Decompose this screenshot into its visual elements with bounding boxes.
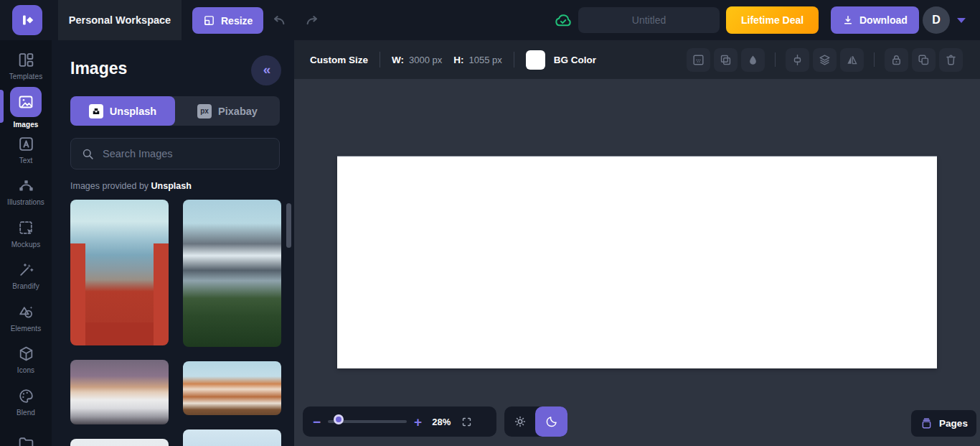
image-thumbnail[interactable]	[183, 200, 281, 347]
provider-name: Unsplash	[151, 181, 192, 191]
sidebar-item-blend[interactable]: Blend	[0, 381, 52, 423]
pages-icon	[920, 417, 933, 430]
images-icon-box	[10, 87, 42, 118]
dark-mode-button[interactable]	[535, 406, 567, 437]
zoom-percentage: 28%	[429, 417, 453, 427]
layers-button[interactable]	[813, 48, 837, 72]
blend-icon	[17, 387, 35, 405]
download-button[interactable]: Download	[831, 6, 919, 34]
align-center-button[interactable]	[786, 48, 809, 72]
opacity-button[interactable]	[741, 48, 765, 72]
artboard[interactable]	[337, 157, 937, 368]
images-panel: Images « Unsplash px Pixabay Images prov…	[52, 40, 294, 446]
image-thumbnail[interactable]	[183, 361, 281, 415]
brandify-icon	[17, 261, 35, 279]
zoom-slider[interactable]	[328, 415, 407, 428]
canvas-area[interactable]	[294, 79, 980, 446]
flip-button[interactable]	[840, 48, 864, 72]
resize-button[interactable]: Resize	[192, 7, 263, 34]
divider	[514, 52, 514, 68]
search-icon	[81, 147, 95, 161]
sidebar-label: Icons	[17, 366, 34, 374]
group-objects-button[interactable]	[714, 48, 738, 72]
divider	[775, 52, 776, 67]
workspace-name: Personal Workspace	[69, 14, 171, 26]
opacity-droplet-icon	[746, 53, 760, 67]
undo-button[interactable]	[271, 12, 288, 29]
height-value[interactable]: 1055 px	[469, 55, 502, 65]
delete-button[interactable]	[939, 48, 963, 72]
bg-color-label: BG Color	[554, 55, 596, 65]
custom-size-button[interactable]: Custom Size	[310, 55, 368, 65]
light-mode-button[interactable]	[504, 406, 536, 437]
sidebar-label: Text	[19, 157, 33, 164]
sidebar-item-illustrations[interactable]: Illustrations	[0, 171, 52, 213]
provider-note: Images provided by Unsplash	[70, 181, 192, 191]
sun-icon	[513, 414, 527, 429]
bg-color-swatch[interactable]	[526, 50, 545, 70]
zoom-in-button[interactable]: +	[414, 415, 422, 429]
sidebar-item-templates[interactable]: Templates	[0, 45, 52, 87]
document-title-input[interactable]	[578, 7, 720, 33]
panel-scrollbar[interactable]	[286, 203, 291, 248]
image-thumbnail[interactable]	[70, 439, 169, 446]
app-logo[interactable]	[12, 5, 42, 35]
lifetime-deal-button[interactable]: Lifetime Deal	[726, 6, 819, 34]
provider-prefix: Images provided by	[70, 181, 151, 191]
folder-icon	[17, 435, 35, 446]
sidebar-item-elements[interactable]: Elements	[0, 297, 52, 339]
mockups-icon	[17, 219, 35, 237]
redo-button[interactable]	[304, 12, 321, 29]
pixabay-logo-icon: px	[197, 104, 212, 119]
flip-horizontal-icon	[845, 53, 859, 67]
resize-label: Resize	[221, 15, 253, 27]
canvas-grid-icon	[692, 53, 705, 67]
duplicate-button[interactable]	[912, 48, 936, 72]
icons-icon	[17, 345, 35, 363]
trash-icon	[944, 53, 958, 67]
sidebar-label: Mockups	[11, 241, 41, 248]
sidebar-item-images[interactable]: Images	[0, 87, 52, 129]
user-avatar[interactable]: D	[923, 6, 950, 34]
tab-unsplash[interactable]: Unsplash	[70, 96, 175, 126]
search-input[interactable]	[103, 148, 279, 159]
download-icon	[842, 14, 854, 26]
sidebar-item-mockups[interactable]: Mockups	[0, 213, 52, 255]
pixelied-logo-icon	[18, 11, 37, 29]
image-search-box	[70, 138, 280, 169]
sidebar-item-brandify[interactable]: Brandify	[0, 255, 52, 297]
image-thumbnail[interactable]	[183, 429, 281, 446]
image-thumbnail[interactable]	[70, 200, 169, 345]
sidebar-item-text[interactable]: Text	[0, 129, 52, 171]
image-thumbnail[interactable]	[70, 360, 169, 424]
resize-icon	[203, 14, 215, 27]
sidebar-item-icons[interactable]: Icons	[0, 339, 52, 381]
pages-button[interactable]: Pages	[911, 410, 976, 437]
collapse-panel-button[interactable]: «	[251, 55, 281, 85]
width-value[interactable]: 3000 px	[409, 55, 442, 65]
fullscreen-icon	[461, 416, 473, 428]
align-center-icon	[791, 53, 804, 67]
editor-app: Personal Workspace Resize	[0, 0, 980, 446]
left-sidebar: Templates Images Text Illustrations	[0, 40, 52, 446]
text-icon	[17, 135, 35, 153]
sidebar-label: Brandify	[12, 282, 39, 290]
zoom-slider-thumb[interactable]	[334, 414, 344, 424]
fullscreen-button[interactable]	[461, 416, 473, 428]
cloud-check-icon	[553, 11, 573, 30]
unsplash-logo-icon	[89, 104, 103, 119]
width-label: W:	[392, 55, 404, 65]
tab-label: Unsplash	[110, 106, 156, 117]
zoom-out-button[interactable]: −	[313, 415, 321, 429]
canvas-settings-button[interactable]	[687, 48, 710, 72]
account-menu-caret-icon[interactable]	[957, 18, 966, 23]
sidebar-label: Blend	[17, 409, 35, 417]
lock-button[interactable]	[885, 48, 908, 72]
sidebar-item-folders[interactable]	[0, 423, 52, 446]
workspace-switcher[interactable]: Personal Workspace	[58, 0, 182, 40]
bg-color-group: BG Color	[526, 50, 596, 70]
tab-pixabay[interactable]: px Pixabay	[175, 96, 280, 126]
theme-toggle	[504, 406, 567, 437]
sidebar-label: Templates	[9, 73, 42, 80]
image-grid-right-column	[183, 200, 281, 446]
